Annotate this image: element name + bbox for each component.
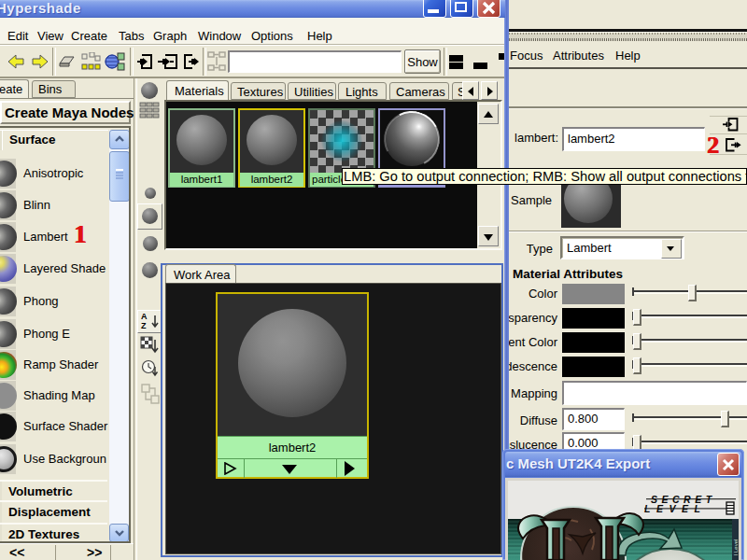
svg-text:l Level: l Level <box>733 539 739 555</box>
